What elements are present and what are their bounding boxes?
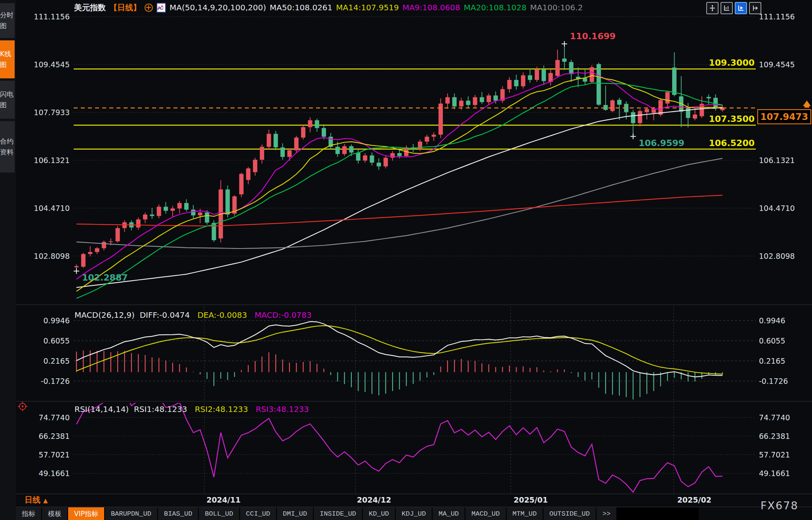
candle[interactable] xyxy=(102,241,106,251)
candle[interactable] xyxy=(280,143,285,160)
toolbar-tab-cci[interactable]: CCI_UD xyxy=(240,507,276,520)
toolbar-tab-kdj[interactable]: KDJ_UD xyxy=(396,507,432,520)
candle[interactable] xyxy=(157,205,161,218)
sidebar-tab-lightning-chart[interactable]: 闪电图 xyxy=(0,81,15,119)
add-compare-icon[interactable] xyxy=(145,4,153,12)
candle[interactable] xyxy=(631,110,635,137)
candle[interactable] xyxy=(549,68,553,85)
axis-scale-icon[interactable] xyxy=(721,2,733,14)
sidebar-tab-kline-chart[interactable]: K线图 xyxy=(0,40,15,78)
candle[interactable] xyxy=(507,77,512,93)
toolbar-tab-bias[interactable]: BIAS_UD xyxy=(158,507,198,520)
candle[interactable] xyxy=(356,148,360,164)
candle[interactable] xyxy=(645,108,649,120)
candle[interactable] xyxy=(432,132,436,141)
candle[interactable] xyxy=(383,156,388,169)
candle[interactable] xyxy=(212,220,216,242)
candle[interactable] xyxy=(116,226,120,243)
toolbar-tab-vip-indicators[interactable]: VIP指标 xyxy=(68,507,104,520)
candle[interactable] xyxy=(81,253,86,268)
candle[interactable] xyxy=(452,93,457,109)
candle[interactable] xyxy=(466,96,470,108)
candle[interactable] xyxy=(233,195,237,216)
candle[interactable] xyxy=(164,202,168,214)
candle[interactable] xyxy=(260,144,264,163)
candle[interactable] xyxy=(342,144,347,156)
extreme-marker xyxy=(74,268,79,274)
candle[interactable] xyxy=(370,152,374,165)
candle[interactable] xyxy=(528,68,532,83)
candle[interactable] xyxy=(143,213,147,223)
candle[interactable] xyxy=(679,76,683,127)
toolbar-tab-boll[interactable]: BOLL_UD xyxy=(199,507,239,520)
toolbar-tab-templates[interactable]: 模板 xyxy=(42,507,67,520)
candle[interactable] xyxy=(328,133,333,150)
chart-canvas[interactable]: 111.1156111.1156109.4545109.4545107.7933… xyxy=(0,0,812,520)
candle[interactable] xyxy=(583,69,587,85)
toolbar-tab-kd[interactable]: KD_UD xyxy=(363,507,395,520)
candle[interactable] xyxy=(177,201,182,213)
candle[interactable] xyxy=(274,131,278,150)
candle[interactable] xyxy=(184,199,189,211)
candle[interactable] xyxy=(500,86,505,103)
toolbar-tab-ma[interactable]: MA_UD xyxy=(433,507,465,520)
candle[interactable] xyxy=(514,75,518,90)
candle[interactable] xyxy=(239,173,244,197)
sidebar-tab-time-chart[interactable]: 分时图 xyxy=(0,3,15,38)
crosshair-tool-icon[interactable] xyxy=(17,401,28,413)
candle[interactable] xyxy=(253,158,257,176)
candle[interactable] xyxy=(562,44,566,70)
candle[interactable] xyxy=(445,93,450,109)
toolbar-tab-outside[interactable]: OUTSIDE_UD xyxy=(543,507,596,520)
candle[interactable] xyxy=(88,246,92,256)
period-selector[interactable]: 日线 ▲ xyxy=(25,495,48,505)
candle[interactable] xyxy=(707,94,711,105)
candle[interactable] xyxy=(363,153,367,163)
candle[interactable] xyxy=(487,93,491,105)
candle[interactable] xyxy=(672,52,677,96)
candle[interactable] xyxy=(308,118,312,133)
candle[interactable] xyxy=(170,206,175,217)
candle[interactable] xyxy=(569,60,574,82)
candle[interactable] xyxy=(267,129,271,150)
candle[interactable] xyxy=(480,92,484,104)
candle[interactable] xyxy=(315,119,319,132)
toolbar-tab-macd[interactable]: MACD_UD xyxy=(465,507,505,520)
candle[interactable] xyxy=(617,98,621,120)
candle[interactable] xyxy=(541,66,546,85)
move-icon[interactable] xyxy=(706,2,719,14)
toolbar-tab-indicators[interactable]: 指标 xyxy=(16,507,41,520)
candle[interactable] xyxy=(597,63,601,106)
candle[interactable] xyxy=(377,158,381,170)
toolbar-tab-dmi[interactable]: DMI_UD xyxy=(277,507,313,520)
candle[interactable] xyxy=(638,109,642,127)
toolbar-tab-inside[interactable]: INSIDE_UD xyxy=(314,507,362,520)
toolbar-tab-more[interactable]: >> xyxy=(597,507,616,520)
shift-axis-icon[interactable] xyxy=(749,2,761,14)
candle[interactable] xyxy=(122,220,127,232)
candle[interactable] xyxy=(294,136,299,152)
candle[interactable] xyxy=(425,135,429,144)
sidebar-tab-contract-info[interactable]: 合约资料 xyxy=(0,121,15,173)
candle[interactable] xyxy=(555,49,560,78)
candle[interactable] xyxy=(603,85,608,110)
play-axis-icon[interactable] xyxy=(735,2,747,14)
candle[interactable] xyxy=(150,208,154,219)
candle[interactable] xyxy=(473,95,477,107)
candle[interactable] xyxy=(438,99,443,139)
toolbar-tab-mtm[interactable]: MTM_UD xyxy=(507,507,543,520)
candle[interactable] xyxy=(246,167,250,184)
candle[interactable] xyxy=(521,72,525,89)
candle[interactable] xyxy=(219,180,223,242)
toolbar-tab-barupdn[interactable]: BARUPDN_UD xyxy=(105,507,157,520)
candle[interactable] xyxy=(136,217,141,230)
candle[interactable] xyxy=(658,99,663,117)
candle[interactable] xyxy=(301,125,305,139)
candle[interactable] xyxy=(590,65,594,84)
candle[interactable] xyxy=(95,247,99,254)
candle[interactable] xyxy=(610,99,615,112)
candle[interactable] xyxy=(665,91,670,107)
candle[interactable] xyxy=(391,151,395,161)
candle[interactable] xyxy=(576,67,580,87)
indicator-settings-icon[interactable] xyxy=(156,3,166,13)
